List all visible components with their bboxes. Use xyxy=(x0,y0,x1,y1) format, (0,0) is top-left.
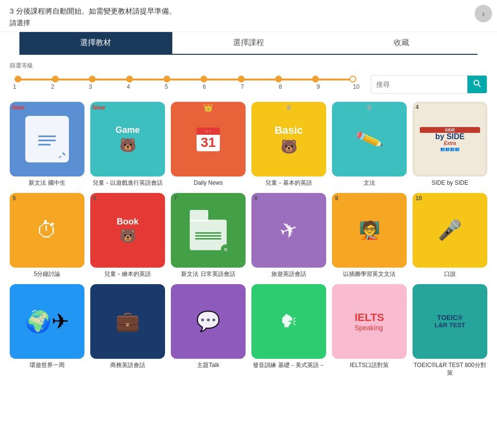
num-badge-7: 5 xyxy=(13,195,16,202)
top-bar: 3 分後課程將自動開始。如需變更教材請提早準備。 請選擇 › xyxy=(0,0,497,32)
card-game-bear[interactable]: New Game 🐻 兒童－以遊戲進行英語會話 xyxy=(90,102,165,187)
card-pronunciation[interactable]: 🗣 發音訓練 基礎－美式英語－ xyxy=(251,284,326,378)
new-badge-2: New xyxy=(92,104,105,111)
dot-3[interactable] xyxy=(89,76,96,82)
timer-text: 3 分後課程將自動開始。如需變更教材請提早準備。 xyxy=(10,7,487,16)
card-label-8: 兒童－繪本的英語 xyxy=(104,270,151,278)
card-side-by-side[interactable]: 4 SIDE by SIDE Extra 👥👥👥👥 SIDE by SIDE xyxy=(413,102,487,187)
mouth-icon: 🗣 xyxy=(280,311,298,332)
basic-text: Basic xyxy=(275,124,303,137)
tab-favorites[interactable]: 收藏 xyxy=(325,32,478,54)
card-grammar[interactable]: ♛ ✏️ 文法 xyxy=(332,102,407,187)
filter-label: 篩選等級 xyxy=(10,62,487,70)
plane-icon: ✈ xyxy=(276,216,301,245)
dot-7[interactable] xyxy=(238,76,245,82)
crown-badge-4: ♛ xyxy=(285,103,292,112)
card-daily-grammar[interactable]: 7 ≡ 新文法 日常英語會話 xyxy=(171,193,246,278)
card-label-11: 以插圖學習英文文法 xyxy=(343,270,396,278)
svg-rect-4 xyxy=(38,144,51,145)
svg-point-0 xyxy=(474,80,479,85)
card-5min[interactable]: 5 ⏱ 5分鐘討論 xyxy=(10,193,84,278)
folder-icon: ≡ xyxy=(190,210,227,250)
close-button[interactable]: › xyxy=(475,5,492,22)
ielts-logo: IELTS Speaking xyxy=(355,311,384,332)
crown-badge-3: 👑 xyxy=(203,103,213,112)
pencil-corner-icon xyxy=(57,151,67,160)
dot-8[interactable] xyxy=(275,76,282,82)
search-button[interactable] xyxy=(467,76,487,93)
select-label: 請選擇 xyxy=(10,19,487,28)
card-business[interactable]: 💼 商務英語會話 xyxy=(90,284,165,378)
card-label-10: 旅遊英語會話 xyxy=(271,270,306,278)
card-label-16: 發音訓練 基礎－美式英語－ xyxy=(253,361,324,369)
tab-courses[interactable]: 選擇課程 xyxy=(172,32,325,54)
card-topic-talk[interactable]: 💬 主題Talk xyxy=(171,284,246,378)
calendar-icon: ○○ 31 xyxy=(197,128,219,151)
card-travel[interactable]: 8 ✈ 旅遊英語會話 xyxy=(251,193,326,278)
card-label-17: IELTS口語對策 xyxy=(350,361,389,369)
dot-2[interactable] xyxy=(52,76,59,82)
card-speaking[interactable]: 10 🎤 口說 xyxy=(413,193,487,278)
tabs-container: 選擇教材 選擇課程 收藏 xyxy=(0,32,497,55)
card-label-7: 5分鐘討論 xyxy=(34,270,61,278)
svg-marker-6 xyxy=(62,152,66,156)
card-daily-news[interactable]: 👑 ○○ 31 Daily News xyxy=(171,102,246,187)
stopwatch-icon: ⏱ xyxy=(36,218,58,242)
num-badge-11: 9 xyxy=(335,195,338,202)
svg-rect-3 xyxy=(38,140,56,141)
dot-1[interactable] xyxy=(15,76,21,82)
search-input[interactable] xyxy=(371,77,467,92)
mic-icon: 🎤 xyxy=(438,219,462,241)
card-label-3: Daily News xyxy=(194,179,223,187)
game-text: Game xyxy=(116,125,140,135)
search-box xyxy=(371,75,487,94)
teacher-icon: 🧑‍🏫 xyxy=(359,220,381,240)
card-toeic[interactable]: TOEIC® L&R TEST TOEIC®L&R TEST 800分對策 xyxy=(413,284,487,378)
card-label-9: 新文法 日常英語會話 xyxy=(181,270,235,278)
lines-icon xyxy=(34,125,60,153)
card-book-bear[interactable]: 6 Book 🐻 兒童－繪本的英語 xyxy=(90,193,165,278)
card-label-6: SIDE by SIDE xyxy=(431,179,468,187)
card-label-4: 兒童－基本的英語 xyxy=(265,179,312,187)
new-badge-1: New xyxy=(12,104,25,111)
card-label-1: 新文法 國中生 xyxy=(29,179,65,187)
dot-6[interactable] xyxy=(200,76,207,82)
num-badge-12: 10 xyxy=(415,195,422,202)
card-world-tour[interactable]: 🌍✈ 環遊世界一周 xyxy=(10,284,84,378)
toeic-logo: TOEIC® L&R TEST xyxy=(434,314,465,329)
svg-line-1 xyxy=(479,85,481,87)
num-badge-8: 6 xyxy=(93,195,97,202)
search-icon xyxy=(473,80,481,87)
dot-5[interactable] xyxy=(164,76,170,82)
card-shimbunpo[interactable]: New 新文法 國中生 xyxy=(10,102,84,187)
svg-rect-5 xyxy=(59,156,62,159)
num-badge-6: 4 xyxy=(415,104,419,111)
card-ielts[interactable]: IELTS Speaking IELTS口語對策 xyxy=(332,284,407,378)
globe-icon: 🌍✈ xyxy=(25,309,69,334)
card-label-18: TOEIC®L&R TEST 800分對策 xyxy=(413,361,487,378)
svg-rect-2 xyxy=(38,135,56,137)
card-label-15: 主題Talk xyxy=(197,361,219,369)
crown-badge-5: ♛ xyxy=(366,103,373,112)
card-basic-bear[interactable]: ♛ Basic 🐻 兒童－基本的英語 xyxy=(251,102,326,187)
pencil-icon: ✏️ xyxy=(354,124,384,154)
card-illustration[interactable]: 9 🧑‍🏫 以插圖學習英文文法 xyxy=(332,193,407,278)
card-label-14: 商務英語會話 xyxy=(110,361,145,369)
dot-9[interactable] xyxy=(312,76,319,82)
chat-icon: 💬 xyxy=(196,310,220,333)
sbs-container: SIDE by SIDE Extra 👥👥👥👥 xyxy=(414,104,485,175)
filter-section: 篩選等級 1 2 3 xyxy=(0,55,497,97)
dot-4[interactable] xyxy=(126,76,133,82)
card-label-2: 兒童－以遊戲進行英語會話 xyxy=(93,179,163,187)
notebook-icon xyxy=(25,116,69,163)
bear-icon-2: 🐻 xyxy=(281,139,298,155)
card-label-5: 文法 xyxy=(364,179,375,187)
tab-materials[interactable]: 選擇教材 xyxy=(19,32,172,54)
num-badge-10: 8 xyxy=(254,195,258,202)
level-slider[interactable]: 1 2 3 4 5 6 7 8 9 10 xyxy=(10,74,361,95)
dot-10[interactable] xyxy=(349,76,356,82)
num-badge-9: 7 xyxy=(174,195,177,202)
book-text: Book xyxy=(117,217,139,227)
bear-icon-3: 🐻 xyxy=(119,228,136,244)
bear-icon-1: 🐻 xyxy=(119,137,136,153)
